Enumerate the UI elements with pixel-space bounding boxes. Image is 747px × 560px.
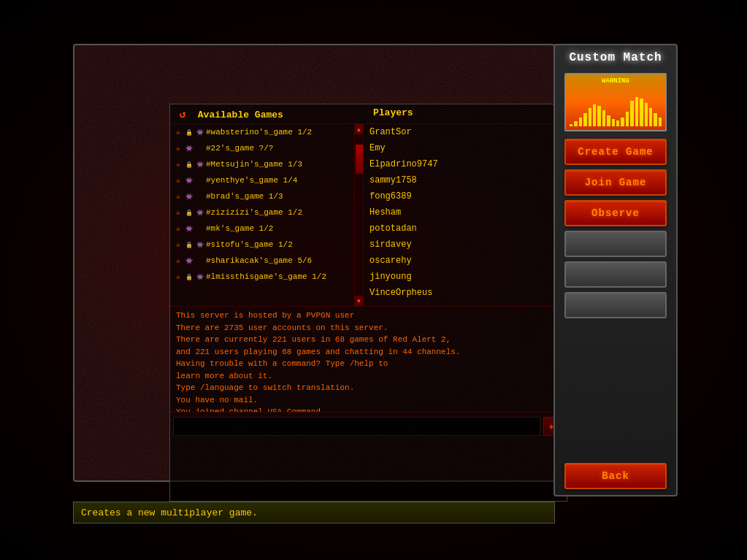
skull-icon: ☠ <box>173 207 183 218</box>
player-item[interactable]: oscarehy <box>364 253 567 269</box>
warning-bar <box>574 121 577 126</box>
player-item[interactable]: VinceOrpheus <box>364 285 567 301</box>
refresh-icon[interactable]: ↺ <box>176 107 189 120</box>
warning-bar <box>597 106 600 126</box>
player-name: GrantSor <box>369 127 412 137</box>
chat-input[interactable] <box>173 417 540 436</box>
game-list: ☠🔒👾#wabsterino's_game 1/2☠👾#22's_game ?/… <box>170 124 364 306</box>
scroll-up-arrow[interactable]: ▲ <box>355 124 364 134</box>
player-name: Elpadrino9747 <box>369 159 438 169</box>
sidebar-panel: Custom Match Create Game Join Game Obser… <box>553 44 678 496</box>
lock-icon: 🔒 <box>184 272 194 282</box>
game-item[interactable]: ☠👾#yenthye's_game 1/4 <box>170 172 363 188</box>
game-item[interactable]: ☠👾#sharikacak's_game 5/6 <box>170 253 363 269</box>
games-scrollbar[interactable]: ▲ ▼ <box>354 124 363 306</box>
skull-icon: ☠ <box>173 272 183 282</box>
game-name: #22's_game ?/? <box>206 144 273 153</box>
warning-bar <box>635 97 638 126</box>
inner-panel: ↺ Available Games Players ☠🔒👾#wabsterino… <box>169 104 567 502</box>
warning-bar <box>570 124 572 126</box>
alien-icon: 👾 <box>195 127 205 137</box>
chat-line: Type /language to switch translation. <box>176 382 561 394</box>
game-name: #zizizizi's_game 1/2 <box>206 208 302 217</box>
warning-bar <box>645 103 648 126</box>
skull-icon: ☠ <box>173 175 183 185</box>
player-item[interactable]: Emy <box>364 140 567 156</box>
player-name: Hesham <box>369 207 401 218</box>
warning-bar <box>589 108 591 126</box>
warning-bar <box>583 113 586 126</box>
alien-icon: 👾 <box>184 223 194 234</box>
observe-button[interactable]: Observe <box>564 200 667 226</box>
chat-line: You joined channel USA Command <box>176 406 561 413</box>
games-header: ↺ Available Games Players <box>170 104 567 124</box>
empty-slot-1 <box>564 231 667 257</box>
available-games-header: ↺ Available Games <box>176 107 373 120</box>
status-text: Creates a new multiplayer game. <box>81 507 258 518</box>
game-item[interactable]: ☠👾#mk's_game 1/2 <box>170 220 363 237</box>
create-game-button[interactable]: Create Game <box>564 139 667 165</box>
chat-area: This server is hosted by a PVPGN userThe… <box>170 307 567 413</box>
skull-icon: ☠ <box>173 127 183 137</box>
chat-line: Having trouble with a command? Type /hel… <box>176 358 561 370</box>
player-item[interactable]: Hesham <box>364 204 567 220</box>
scroll-down-arrow[interactable]: ▼ <box>355 296 364 306</box>
main-panel: ↺ Available Games Players ☠🔒👾#wabsterino… <box>73 44 555 482</box>
game-name: #brad's_game 1/3 <box>206 192 283 201</box>
alien-icon: 👾 <box>195 239 205 250</box>
alien-icon: 👾 <box>184 143 194 153</box>
player-item[interactable]: GrantSor <box>364 124 567 140</box>
game-name: #wabsterino's_game 1/2 <box>206 128 312 137</box>
warning-bars <box>570 97 662 126</box>
players-list: GrantSorEmyElpadrino9747sammy1758fong638… <box>364 124 567 306</box>
lock-icon: 🔒 <box>184 127 194 137</box>
player-name: pototadan <box>369 223 417 234</box>
player-item[interactable]: sammy1758 <box>364 172 567 188</box>
player-item[interactable]: sirdavey <box>364 237 567 253</box>
players-header: Players <box>373 107 561 120</box>
empty-slot-3 <box>564 292 667 318</box>
game-item[interactable]: ☠🔒👾#wabsterino's_game 1/2 <box>170 124 363 140</box>
warning-bar <box>612 119 615 126</box>
warning-bar <box>607 115 610 126</box>
lock-icon: 🔒 <box>184 159 194 169</box>
player-item[interactable]: pototadan <box>364 220 567 237</box>
game-item[interactable]: ☠🔒👾#lmissthisgame's_game 1/2 <box>170 269 363 285</box>
game-item[interactable]: ☠👾#brad's_game 1/3 <box>170 188 363 204</box>
warning-bar <box>602 110 605 126</box>
game-item[interactable]: ☠🔒👾#Metsujin's_game 1/3 <box>170 156 363 172</box>
skull-icon: ☠ <box>173 239 183 250</box>
back-button[interactable]: Back <box>564 463 667 489</box>
status-bar: Creates a new multiplayer game. <box>73 502 555 523</box>
player-name: VinceOrpheus <box>369 288 432 298</box>
lock-icon: 🔒 <box>184 207 194 218</box>
skull-icon: ☠ <box>173 143 183 153</box>
alien-icon: 👾 <box>184 191 194 202</box>
warning-display <box>564 73 667 131</box>
player-name: jinyoung <box>369 272 412 282</box>
join-game-button[interactable]: Join Game <box>564 169 667 196</box>
alien-icon: 👾 <box>195 159 205 169</box>
lock-icon: 🔒 <box>184 239 194 250</box>
scroll-thumb[interactable] <box>356 145 363 174</box>
chat-line: There are currently 221 users in 68 game… <box>176 334 561 346</box>
game-item[interactable]: ☠🔒👾#sitofu's_game 1/2 <box>170 237 363 253</box>
warning-bar <box>579 118 582 126</box>
alien-icon: 👾 <box>184 175 194 185</box>
chat-line: and 221 users playing 68 games and chatt… <box>176 346 561 358</box>
chat-line: learn more about it. <box>176 370 561 383</box>
alien-icon: 👾 <box>184 256 194 266</box>
player-item[interactable]: Elpadrino9747 <box>364 156 567 172</box>
warning-bar <box>640 99 643 126</box>
game-name: #sitofu's_game 1/2 <box>206 240 293 249</box>
alien-icon: 👾 <box>195 272 205 282</box>
game-items: ☠🔒👾#wabsterino's_game 1/2☠👾#22's_game ?/… <box>170 124 363 285</box>
game-item[interactable]: ☠👾#22's_game ?/? <box>170 140 363 156</box>
player-item[interactable]: jinyoung <box>364 269 567 285</box>
game-item[interactable]: ☠🔒👾#zizizizi's_game 1/2 <box>170 204 363 220</box>
player-name: sirdavey <box>369 239 412 250</box>
player-item[interactable]: fong6389 <box>364 188 567 204</box>
skull-icon: ☠ <box>173 191 183 202</box>
player-name: sammy1758 <box>369 175 417 185</box>
skull-icon: ☠ <box>173 159 183 169</box>
